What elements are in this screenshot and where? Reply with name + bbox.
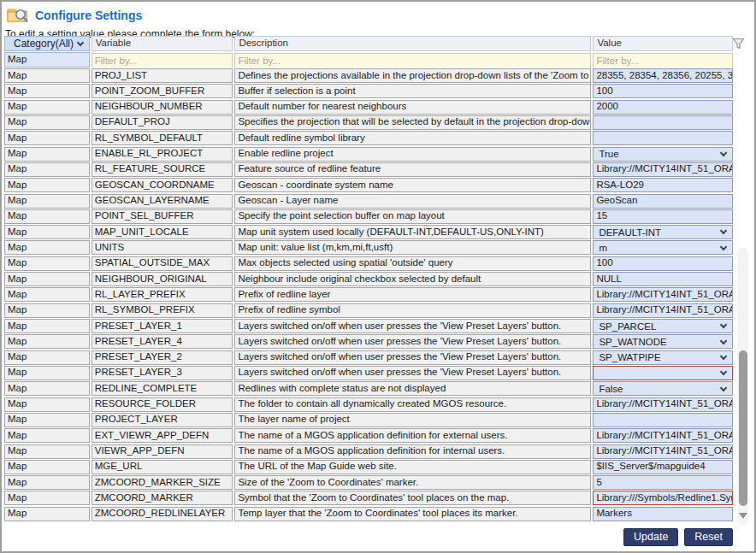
row-category-cell: Map (4, 272, 90, 286)
row-category-cell: Map (4, 366, 90, 380)
row-category-cell: Map (4, 194, 90, 209)
value-input[interactable] (593, 413, 733, 427)
row-description-cell: Map unit: value list (m,km,mi,ft,usft) (234, 240, 591, 255)
row-variable-cell: EXT_VIEWR_APP_DEFN (92, 428, 233, 443)
chevron-down-icon (720, 368, 727, 375)
row-category-cell: Map (4, 444, 90, 459)
row-variable-cell: POINT_ZOOM_BUFFER (92, 84, 233, 98)
table-row: MapMAP_UNIT_LOCALEMap unit system used l… (4, 225, 733, 239)
vertical-scrollbar-thumb[interactable] (739, 350, 747, 506)
row-category-cell: Map (4, 240, 90, 255)
value-input[interactable]: 28355, 28354, 28356, 20255, 346 (593, 68, 733, 83)
value-input[interactable]: 5 (593, 475, 733, 490)
row-description-cell: Default redline symbol library (234, 131, 591, 145)
category-filter-value[interactable]: Map (4, 52, 90, 68)
variable-filter-input[interactable] (92, 53, 233, 68)
row-variable-cell: MAP_UNIT_LOCALE (92, 225, 233, 239)
row-description-cell: The URL of the Map Guide web site. (234, 460, 591, 474)
row-variable-cell: ZMCOORD_MARKER_SIZE (92, 475, 233, 490)
row-variable-cell: SPATIAL_OUTSIDE_MAX (92, 256, 233, 271)
value-input[interactable]: Library://MCITY14INT_51_ORA21 (593, 162, 733, 177)
value-input[interactable] (593, 131, 733, 145)
page-title: Configure Settings (35, 9, 142, 22)
row-category-cell: Map (4, 84, 90, 98)
chevron-down-icon (720, 353, 727, 360)
value-input[interactable]: RSA-LO29 (593, 178, 733, 192)
table-row: MapRESOURCE_FOLDERThe folder to contain … (4, 397, 733, 412)
table-row: MapRL_FEATURE_SOURCEFeature source of re… (4, 162, 733, 177)
filter-funnel-icon[interactable] (731, 37, 746, 55)
chevron-down-icon (720, 384, 727, 391)
value-input[interactable]: 15 (593, 209, 733, 224)
chevron-down-icon (720, 227, 727, 234)
value-input[interactable]: NULL (593, 272, 733, 286)
value-input[interactable] (593, 115, 733, 130)
table-row: MapNEIGHBOUR_ORIGINALNeighbour include o… (4, 272, 733, 286)
row-category-cell: Map (4, 162, 90, 177)
reset-button[interactable]: Reset (684, 528, 733, 546)
configure-settings-window: Configure Settings To edit a setting val… (0, 0, 756, 553)
value-input[interactable]: Library:///Symbols/Redline1.Symb (593, 491, 733, 505)
value-input[interactable]: Library://MCITY14INT_51_ORA21 (593, 444, 733, 459)
row-description-cell: Geoscan - coordinate system name (234, 178, 591, 192)
row-variable-cell: RL_FEATURE_SOURCE (92, 162, 233, 177)
row-category-cell: Map (4, 319, 90, 333)
value-input[interactable]: Markers (593, 507, 733, 521)
footer: Update Reset (2, 528, 733, 546)
row-category-cell: Map (4, 115, 90, 130)
value-input[interactable]: 2000 (593, 100, 733, 115)
value-input[interactable]: Library://MCITY14INT_51_ORA21 (593, 303, 733, 318)
table-row: MapNEIGHBOUR_NUMBERDefault number for ne… (4, 100, 733, 115)
column-header-value: Value (593, 36, 733, 51)
value-filter-input[interactable] (593, 53, 733, 68)
table-row: MapZMCOORD_MARKER_SIZESize of the 'Zoom … (4, 475, 733, 490)
row-variable-cell: RESOURCE_FOLDER (92, 397, 233, 412)
scrollbar-down-arrow-icon[interactable] (739, 513, 747, 519)
row-description-cell: Temp layer that the 'Zoom to Coordinates… (234, 507, 591, 521)
value-input[interactable]: 100 (593, 84, 733, 98)
value-select-text: m (599, 243, 607, 253)
row-category-cell: Map (4, 287, 90, 302)
row-variable-cell: ENABLE_RL_PROJECT (92, 147, 233, 162)
row-variable-cell: UNITS (92, 240, 233, 255)
update-button[interactable]: Update (623, 528, 678, 546)
row-category-cell: Map (4, 303, 90, 318)
value-input[interactable]: 100 (593, 256, 733, 271)
value-select[interactable]: SP_PARCEL (593, 319, 733, 333)
table-header-row: Category(All) Variable Description Value (4, 36, 733, 51)
value-input[interactable]: Library://MCITY14INT_51_ORA21 (593, 287, 733, 302)
table-row: MapRL_SYMBOL_DEFAULTDefault redline symb… (4, 131, 733, 145)
chevron-down-icon (720, 243, 727, 250)
value-input[interactable]: $IIS_Server$/mapguide4 (593, 460, 733, 474)
value-input[interactable]: GeoScan (593, 194, 733, 209)
value-input[interactable]: Library://MCITY14INT_51_ORA21 (593, 397, 733, 412)
row-category-cell: Map (4, 178, 90, 192)
value-select[interactable]: True (593, 147, 733, 162)
row-description-cell: Feature source of redline feature (234, 162, 591, 177)
value-select[interactable]: DEFAULT-INT (593, 225, 733, 239)
folder-search-icon (7, 7, 29, 23)
value-select[interactable]: m (593, 240, 733, 255)
value-input[interactable]: Library://MCITY14INT_51_ORA21 (593, 428, 733, 443)
category-filter-select[interactable]: Category(All) (4, 36, 90, 51)
row-category-cell: Map (4, 397, 90, 412)
row-category-cell: Map (4, 334, 90, 349)
row-description-cell: Symbol that the 'Zoom to Coordinates' to… (234, 491, 591, 505)
table-row: MapDEFAULT_PROJSpecifies the projection … (4, 115, 733, 130)
value-select[interactable]: SP_WATNODE (593, 334, 733, 349)
row-description-cell: Defines the projections available in the… (234, 68, 591, 83)
value-select[interactable] (593, 366, 733, 380)
filter-row: Map (4, 52, 733, 68)
description-filter-input[interactable] (234, 53, 591, 68)
row-category-cell: Map (4, 209, 90, 224)
value-select[interactable]: False (593, 381, 733, 396)
table-row: MapPRESET_LAYER_1Layers switched on/off … (4, 319, 733, 333)
value-select[interactable]: SP_WATPIPE (593, 350, 733, 365)
value-select-text: SP_PARCEL (599, 321, 656, 332)
row-description-cell: Layers switched on/off when user presses… (234, 366, 591, 380)
value-select-text: True (599, 149, 618, 159)
row-variable-cell: PRESET_LAYER_1 (92, 319, 233, 333)
settings-table: Category(All) Variable Description Value… (4, 36, 733, 522)
row-description-cell: The name of a MGOS application definitio… (234, 444, 591, 459)
row-variable-cell: PROJ_LIST (92, 68, 233, 83)
